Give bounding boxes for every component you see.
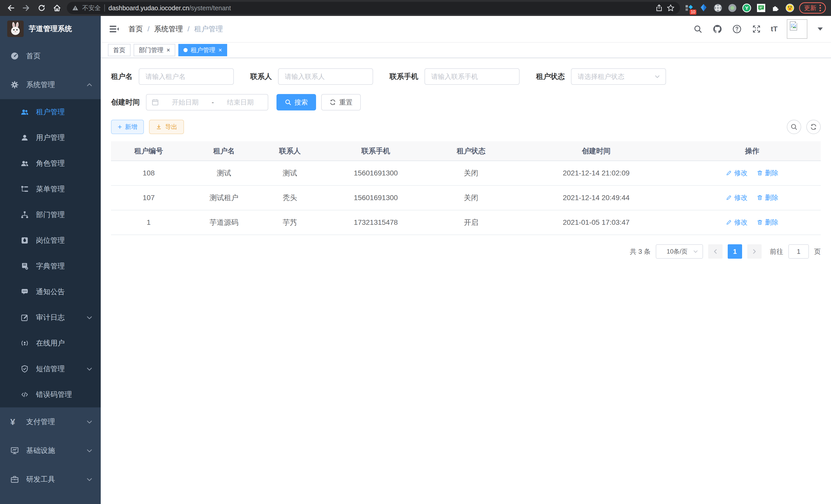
tenant-status-select[interactable]: 请选择租户状态: [571, 68, 666, 85]
extension-puzzle-icon[interactable]: [770, 3, 781, 13]
sms-shield-icon: [21, 365, 29, 373]
contact-input[interactable]: [278, 68, 373, 85]
goto-page-input[interactable]: [789, 244, 809, 259]
page-unit-label: 页: [814, 247, 821, 256]
browser-update-button[interactable]: 更新: [799, 2, 826, 13]
briefcase-icon: [10, 475, 19, 484]
extension-command-icon[interactable]: [713, 3, 723, 13]
online-users-icon: [21, 339, 29, 347]
fullscreen-icon[interactable]: [751, 24, 762, 34]
create-time-range-picker[interactable]: 开始日期 - 结束日期: [146, 94, 268, 111]
contact-label: 联系人: [250, 72, 272, 82]
sidebar-item-menu[interactable]: 菜单管理: [0, 176, 101, 202]
sidebar-label: 在线用户: [36, 338, 65, 348]
edit-button[interactable]: 修改: [726, 169, 747, 178]
address-bar[interactable]: 不安全 dashboard.yudao.iocoder.cn/system/te…: [67, 2, 680, 14]
extension-chat-icon[interactable]: [756, 3, 766, 13]
tag-tenant[interactable]: 租户管理 ×: [178, 44, 227, 56]
breadcrumb-system[interactable]: 系统管理: [154, 24, 183, 34]
text-size-icon[interactable]: tT: [771, 25, 778, 33]
refresh-table-button[interactable]: [806, 120, 821, 134]
sidebar-item-dict[interactable]: 字典管理: [0, 253, 101, 279]
github-icon[interactable]: [712, 24, 722, 34]
avatar[interactable]: [787, 19, 807, 39]
forward-icon[interactable]: [21, 2, 32, 13]
sidebar-item-notice[interactable]: 通知公告: [0, 279, 101, 305]
url-text[interactable]: dashboard.yudao.iocoder.cn/system/tenant: [109, 4, 652, 12]
back-icon[interactable]: [5, 2, 17, 13]
sidebar-label: 系统管理: [26, 80, 55, 90]
yen-icon: ¥: [10, 417, 19, 426]
next-page-button[interactable]: [747, 244, 762, 259]
sidebar-collapse-icon[interactable]: [109, 24, 119, 34]
export-button[interactable]: 导出: [149, 120, 184, 134]
sidebar-item-infra[interactable]: 基础设施: [0, 436, 101, 465]
header-search-icon[interactable]: [693, 24, 703, 34]
sidebar-item-post[interactable]: 岗位管理: [0, 228, 101, 253]
tenant-name-label: 租户名: [111, 72, 133, 82]
extension-y-icon[interactable]: Y: [742, 3, 752, 13]
date-end-placeholder[interactable]: 结束日期: [218, 98, 263, 107]
sidebar-item-pay[interactable]: ¥ 支付管理: [0, 407, 101, 436]
close-icon[interactable]: ×: [167, 47, 170, 53]
download-icon: [156, 124, 162, 130]
page-size-select[interactable]: 10条/页: [656, 244, 703, 259]
tag-dept[interactable]: 部门管理 ×: [134, 44, 175, 56]
chevron-down-icon: [86, 366, 92, 372]
sidebar-item-tenant[interactable]: 租户管理: [0, 99, 101, 125]
delete-button[interactable]: 删除: [757, 193, 778, 202]
mobile-input[interactable]: [425, 68, 520, 85]
bookmark-star-icon[interactable]: [666, 4, 675, 12]
sidebar: 芋道管理系统 首页 系统管理: [0, 16, 101, 504]
add-button[interactable]: + 新增: [111, 120, 144, 134]
pagination: 共 3 条 10条/页 1 前往 页: [111, 244, 821, 259]
tenant-name-input[interactable]: [139, 68, 234, 85]
home-icon[interactable]: [51, 2, 63, 13]
date-start-placeholder[interactable]: 开始日期: [163, 98, 208, 107]
app-logo[interactable]: 芋道管理系统: [0, 16, 101, 41]
search-button[interactable]: 搜索: [277, 94, 316, 111]
delete-button[interactable]: 删除: [757, 169, 778, 178]
share-icon[interactable]: [655, 4, 663, 12]
address-separator: [104, 4, 105, 11]
extension-emoji-icon[interactable]: [785, 3, 795, 13]
create-time-label: 创建时间: [111, 97, 140, 107]
security-label[interactable]: 不安全: [82, 4, 101, 12]
extension-recorder-icon[interactable]: [727, 3, 738, 13]
sidebar-item-home[interactable]: 首页: [0, 41, 101, 70]
edit-button[interactable]: 修改: [726, 193, 747, 202]
reset-button[interactable]: 重置: [321, 94, 361, 111]
gear-icon: [10, 80, 19, 89]
help-icon[interactable]: [732, 24, 742, 34]
sidebar-item-dev[interactable]: 研发工具: [0, 465, 101, 494]
browser-menu-icon[interactable]: [820, 5, 821, 11]
reload-icon[interactable]: [36, 2, 47, 13]
delete-button[interactable]: 删除: [757, 218, 778, 227]
edit-pencil-icon: [726, 170, 732, 176]
sidebar-item-dept[interactable]: 部门管理: [0, 202, 101, 228]
table-row: 108 测试 测试 15601691300 关闭 2021-12-14 21:0…: [111, 161, 821, 185]
sidebar-item-audit[interactable]: 审计日志: [0, 305, 101, 330]
sidebar-item-user[interactable]: 用户管理: [0, 125, 101, 151]
page-1-button[interactable]: 1: [728, 244, 742, 259]
toggle-search-button[interactable]: [787, 120, 801, 134]
prev-page-button[interactable]: [708, 244, 722, 259]
sidebar-item-sms[interactable]: 短信管理: [0, 356, 101, 382]
breadcrumb-current: 租户管理: [194, 24, 223, 34]
monitor-icon: [10, 446, 19, 455]
sidebar-label: 岗位管理: [36, 236, 65, 245]
sidebar-item-online[interactable]: 在线用户: [0, 330, 101, 356]
sidebar-item-role[interactable]: 角色管理: [0, 151, 101, 176]
sidebar-item-system[interactable]: 系统管理: [0, 70, 101, 99]
col-created: 创建时间: [509, 141, 684, 161]
extension-devtools-icon[interactable]: 10: [684, 3, 694, 13]
sidebar-item-errcode[interactable]: 错误码管理: [0, 382, 101, 407]
sidebar-label: 通知公告: [36, 287, 65, 297]
roles-icon: [21, 159, 29, 168]
breadcrumb-home[interactable]: 首页: [128, 24, 143, 34]
edit-button[interactable]: 修改: [726, 218, 747, 227]
close-icon[interactable]: ×: [219, 47, 222, 53]
avatar-dropdown-icon[interactable]: [818, 28, 823, 31]
tag-home[interactable]: 首页: [108, 44, 131, 56]
extension-kite-icon[interactable]: [698, 3, 709, 13]
